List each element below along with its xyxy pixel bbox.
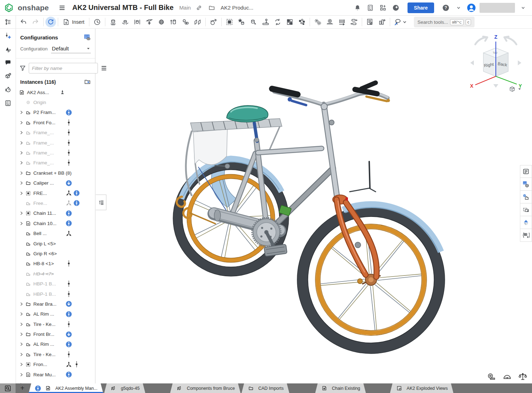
expand-chevron-icon[interactable]	[18, 322, 24, 327]
3d-viewport[interactable]: Top Right Back Z X Y	[96, 29, 532, 383]
rotate-tool-icon[interactable]	[45, 17, 56, 27]
expand-chevron-icon[interactable]	[18, 110, 24, 115]
help-icon[interactable]: ?	[441, 3, 450, 12]
expand-chevron-icon[interactable]	[18, 352, 24, 357]
document-tab[interactable]: Components from Bruce	[170, 383, 240, 393]
assembly-tree-icon[interactable]	[0, 16, 16, 29]
instance-row[interactable]: AK2 Ass...	[18, 87, 95, 97]
bom-panel-icon[interactable]	[520, 165, 532, 178]
expand-chevron-icon[interactable]	[18, 170, 24, 175]
filter-input[interactable]	[29, 63, 98, 73]
expand-chevron-icon[interactable]	[18, 191, 24, 196]
display-states-icon[interactable]	[520, 203, 532, 216]
expand-chevron-icon[interactable]	[18, 332, 24, 337]
protractor-icon[interactable]	[502, 372, 512, 382]
tape-measure-icon[interactable]	[487, 372, 497, 382]
add-folder-icon[interactable]	[84, 78, 91, 85]
linear-coupling-relation-icon[interactable]	[348, 17, 360, 27]
view-options-button[interactable]	[509, 86, 521, 93]
document-tab[interactable]: Chain Existing	[315, 383, 366, 393]
instance-row[interactable]: Front Br...	[18, 329, 95, 339]
document-tab[interactable]: AK2 Assembly Man...	[29, 383, 103, 393]
instance-row[interactable]: Rear Bra...	[18, 299, 95, 309]
undo-icon[interactable]	[17, 17, 29, 27]
expand-chevron-icon[interactable]	[18, 301, 24, 306]
list-options-icon[interactable]	[101, 65, 107, 71]
instance-row[interactable]: Crankset + BB (8)	[18, 168, 95, 178]
link-icon[interactable]	[194, 3, 204, 12]
share-button[interactable]: Share	[408, 2, 434, 13]
expand-chevron-icon[interactable]	[18, 211, 24, 216]
bom-icon[interactable]	[364, 17, 376, 27]
instance-row[interactable]: HBP-1 B...	[18, 279, 95, 289]
selection-tools-icon[interactable]	[392, 17, 408, 27]
document-tab[interactable]: AK2 Exploded Views	[390, 383, 454, 393]
instance-row[interactable]: Front Fo...	[18, 118, 95, 127]
insert-button[interactable]: Insert	[60, 17, 87, 27]
avatar[interactable]	[467, 3, 476, 12]
expand-chevron-icon[interactable]	[18, 120, 24, 125]
instance-row[interactable]: Grip R <6>	[18, 249, 95, 258]
instance-row[interactable]: HB-4 <7>	[18, 269, 95, 279]
fastened-mate-icon[interactable]	[107, 17, 119, 27]
follow-checklist-icon[interactable]	[0, 96, 16, 110]
instance-row[interactable]: Rear Mu...	[18, 370, 95, 380]
history-stopwatch-icon[interactable]	[0, 83, 16, 96]
main-menu-icon[interactable]	[57, 3, 67, 12]
apps-grid-plus-icon[interactable]	[378, 3, 388, 12]
workspace-label[interactable]: Main	[179, 5, 191, 11]
notifications-icon[interactable]	[353, 3, 362, 12]
cylindrical-mate-icon[interactable]	[167, 17, 179, 27]
mate-add-icon[interactable]	[0, 29, 16, 42]
instance-row[interactable]: Origin	[18, 97, 95, 107]
features-flyout-handle[interactable]	[96, 195, 106, 210]
group-icon[interactable]	[223, 17, 235, 27]
explode-icon[interactable]	[296, 17, 308, 27]
instance-row[interactable]: Chain 10...	[18, 218, 95, 228]
cube-face-top[interactable]: Top	[493, 51, 498, 55]
gear-relation-icon[interactable]	[312, 17, 324, 27]
filter-funnel-icon[interactable]	[20, 65, 26, 71]
release-tasks-icon[interactable]	[366, 3, 375, 12]
named-views-fx-icon[interactable]	[520, 229, 532, 242]
screw-relation-icon[interactable]	[336, 17, 348, 27]
instance-row[interactable]: Caliper ...	[18, 178, 95, 188]
instance-row[interactable]: Frame_...	[18, 128, 95, 138]
expand-chevron-icon[interactable]	[18, 312, 24, 317]
instance-row[interactable]: AL Rim ...	[18, 339, 95, 349]
expand-chevron-icon[interactable]	[18, 140, 24, 145]
help-caret-icon[interactable]	[454, 3, 463, 12]
appearance-edit-icon[interactable]	[0, 42, 16, 56]
ball-mate-icon[interactable]	[155, 17, 167, 27]
pin-slot-mate-icon[interactable]	[179, 17, 192, 27]
revolute-mate-icon[interactable]	[119, 17, 131, 27]
document-tab[interactable]: g5qdo-45	[104, 383, 145, 393]
instance-row[interactable]: HB-8 <1>	[18, 259, 95, 269]
pattern-icon[interactable]	[284, 17, 296, 27]
instance-row[interactable]: Fron...	[18, 360, 95, 370]
instance-row[interactable]: AL Rim ...	[18, 309, 95, 319]
configuration-table-icon[interactable]	[84, 34, 91, 41]
instance-row[interactable]: Grip L <5>	[18, 239, 95, 249]
instance-row[interactable]: P2 Fram...	[18, 108, 95, 118]
search-tools-box[interactable]: Search tools... alt/⌥ c	[414, 17, 475, 27]
onshape-logo[interactable]	[4, 3, 13, 12]
appearance-panel-icon[interactable]	[520, 191, 532, 203]
expand-chevron-icon[interactable]	[18, 362, 24, 367]
replace-instances-icon[interactable]	[248, 17, 260, 27]
instance-row[interactable]: Free...	[18, 198, 95, 208]
instance-row[interactable]: Tire - Ke...	[18, 319, 95, 329]
named-positions-icon[interactable]	[376, 17, 388, 27]
instance-row[interactable]: Frame_...	[18, 158, 95, 168]
instance-row[interactable]: Frame_...	[18, 148, 95, 158]
expand-chevron-icon[interactable]	[18, 372, 24, 377]
account-caret-icon[interactable]	[519, 3, 528, 12]
mate-connector-icon[interactable]	[235, 17, 248, 27]
part-help-icon[interactable]: ?	[0, 69, 16, 83]
instance-row[interactable]: Bell ...	[18, 228, 95, 238]
breadcrumb[interactable]: AK2 Produc...	[221, 5, 254, 11]
add-tab-button[interactable]: +	[16, 383, 29, 393]
configuration-panel-icon[interactable]	[520, 178, 532, 191]
comment-icon[interactable]	[0, 56, 16, 69]
instance-row[interactable]	[18, 380, 95, 383]
